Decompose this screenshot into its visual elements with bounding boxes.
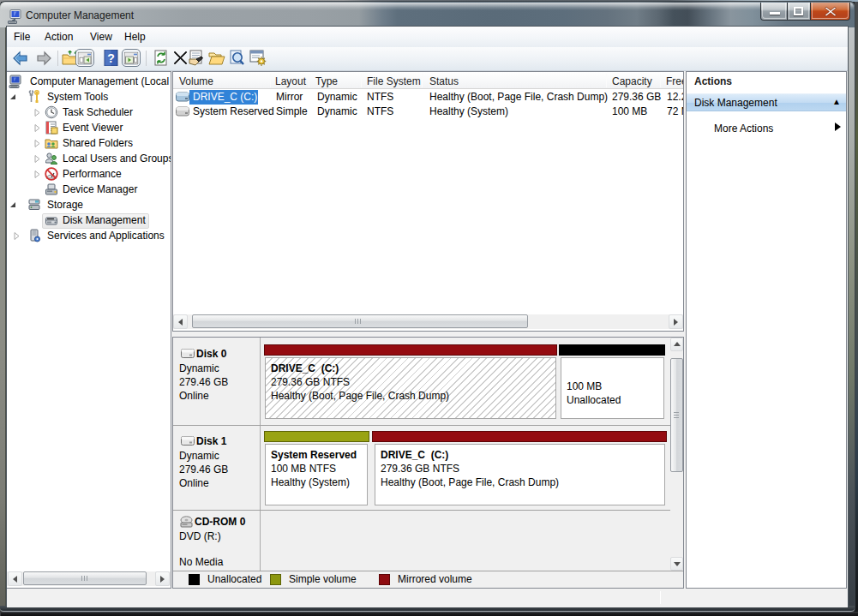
svg-text:?: ? (107, 51, 115, 65)
